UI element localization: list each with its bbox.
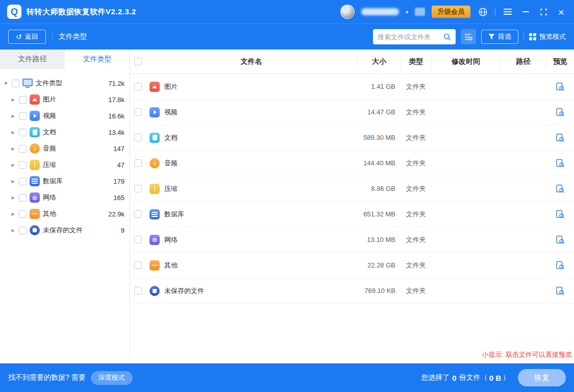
checkbox[interactable] [19,145,27,153]
selection-prefix: 您选择了 [421,373,450,382]
checkbox[interactable] [19,129,27,136]
preview-icon[interactable] [556,184,565,193]
tree-item-videos[interactable]: ▶ 视频 16.6k [3,108,124,124]
tab-file-path[interactable]: 文件路径 [0,50,65,69]
tree-item-count: 17.8k [108,96,124,104]
chevron-right-icon[interactable]: ▶ [10,146,16,151]
row-type: 文件夹 [406,133,426,142]
filter-button[interactable]: 筛选 [481,30,518,44]
table-row[interactable]: 文档 589.30 MB 文件夹 [130,125,574,151]
table-row[interactable]: 其他 22.28 GB 文件夹 [130,253,574,278]
minimize-button[interactable] [520,6,531,17]
checkbox[interactable] [19,178,27,185]
row-checkbox[interactable] [134,287,142,295]
table-header: 文件名 大小 类型 修改时间 路径 预览 [130,50,574,74]
table-row[interactable]: 视频 14.47 GB 文件夹 [130,100,574,125]
row-checkbox[interactable] [134,236,142,243]
close-button[interactable]: × [556,6,567,17]
tree-item-unsaved[interactable]: ▶ 未保存的文件 9 [3,222,124,238]
header-file-name[interactable]: 文件名 [145,55,357,68]
row-size: 8.86 GB [371,185,401,192]
preview-mode-button[interactable]: 预览模式 [529,32,566,41]
selection-count: 0 [452,374,456,382]
preview-icon[interactable] [556,210,565,219]
table-row[interactable]: 音频 144.40 MB 文件夹 [130,151,574,176]
row-checkbox[interactable] [134,159,142,167]
tree-item-database[interactable]: ▶ 数据库 179 [3,173,124,189]
checkbox[interactable] [19,210,27,218]
chevron-right-icon[interactable]: ▶ [10,114,16,118]
row-checkbox[interactable] [134,261,142,269]
header-size[interactable]: 大小 [357,55,401,68]
tree-item-archives[interactable]: ▶ 压缩 47 [3,157,124,173]
row-checkbox[interactable] [134,185,142,192]
preview-icon[interactable] [556,133,565,142]
video-icon [30,111,40,121]
header-path[interactable]: 路径 [500,55,546,68]
preview-icon[interactable] [556,261,565,270]
checkbox[interactable] [19,161,27,169]
tab-file-type[interactable]: 文件类型 [65,50,130,69]
table-row[interactable]: 数据库 651.32 MB 文件夹 [130,202,574,227]
preview-icon[interactable] [556,286,565,296]
tree-item-label: 图片 [43,95,56,104]
preview-icon[interactable] [556,82,565,91]
chevron-right-icon[interactable]: ▶ [10,228,16,233]
preview-icon[interactable] [556,235,565,244]
tree-item-network[interactable]: ▶ 网络 165 [3,189,124,206]
promo-icon[interactable] [415,8,425,16]
preview-mode-label: 预览模式 [539,32,566,41]
audio-icon [149,158,160,168]
toolbar-right: 筛选 预览模式 [373,29,566,44]
row-name: 音频 [164,159,178,168]
user-avatar[interactable] [340,5,355,19]
menu-icon[interactable] [502,6,513,17]
list-sort-icon[interactable] [461,29,476,44]
preview-icon[interactable] [556,108,565,117]
tree-item-other[interactable]: ▶ 其他 22.9k [3,206,124,222]
row-checkbox[interactable] [134,210,142,218]
table-row[interactable]: 网络 13.10 MB 文件夹 [130,227,574,253]
table-row[interactable]: 未保存的文件 769.10 KB 文件夹 [130,278,574,304]
row-checkbox[interactable] [134,134,142,141]
maximize-button[interactable] [538,6,549,17]
tree-item-documents[interactable]: ▶ 文档 13.4k [3,124,124,140]
app-window: Q 转转大师数据恢复软件V2.2.3.2 ▾ 升级会员 × [0,0,574,392]
customer-service-icon[interactable] [477,6,488,17]
upgrade-vip-button[interactable]: 升级会员 [432,6,470,18]
zip-icon [149,184,160,194]
search-icon[interactable] [443,33,451,41]
header-modified-time[interactable]: 修改时间 [431,55,500,68]
preview-icon[interactable] [556,159,565,168]
select-all-checkbox[interactable] [134,58,142,65]
tree-item-images[interactable]: ▶ 图片 17.8k [3,91,124,108]
tree-item-audio[interactable]: ▶ 音频 147 [3,140,124,157]
table-row[interactable]: 压缩 8.86 GB 文件夹 [130,176,574,202]
back-button[interactable]: ↺ 返回 [8,30,46,44]
checkbox[interactable] [19,194,27,202]
chevron-right-icon[interactable]: ▶ [10,179,16,184]
chevron-down-icon[interactable]: ▼ [3,81,9,86]
tree-item-label: 视频 [43,111,56,120]
chevron-right-icon[interactable]: ▶ [10,163,16,167]
checkbox[interactable] [19,112,27,120]
checkbox[interactable] [19,227,27,234]
recover-button[interactable]: 恢复 [518,369,566,386]
header-preview[interactable]: 预览 [546,55,574,68]
checkbox[interactable] [19,96,27,104]
tree-item-file-type-root[interactable]: ▼ 文件类型 71.2k [3,75,124,91]
chevron-right-icon[interactable]: ▶ [10,130,16,135]
checkbox[interactable] [12,80,19,87]
row-checkbox[interactable] [134,83,142,90]
header-type[interactable]: 类型 [401,55,431,68]
tip-text: 小提示: 双击文件可以直接预览 [482,350,572,359]
row-checkbox[interactable] [134,108,142,116]
account-dropdown-caret-icon[interactable]: ▾ [406,9,408,15]
table-row[interactable]: 图片 1.41 GB 文件夹 [130,74,574,100]
chevron-right-icon[interactable]: ▶ [10,195,16,200]
chevron-right-icon[interactable]: ▶ [10,212,16,216]
deep-mode-button[interactable]: 深度模式 [91,371,133,385]
search-input[interactable] [378,33,440,41]
chevron-right-icon[interactable]: ▶ [10,97,16,102]
database-icon [149,209,160,219]
